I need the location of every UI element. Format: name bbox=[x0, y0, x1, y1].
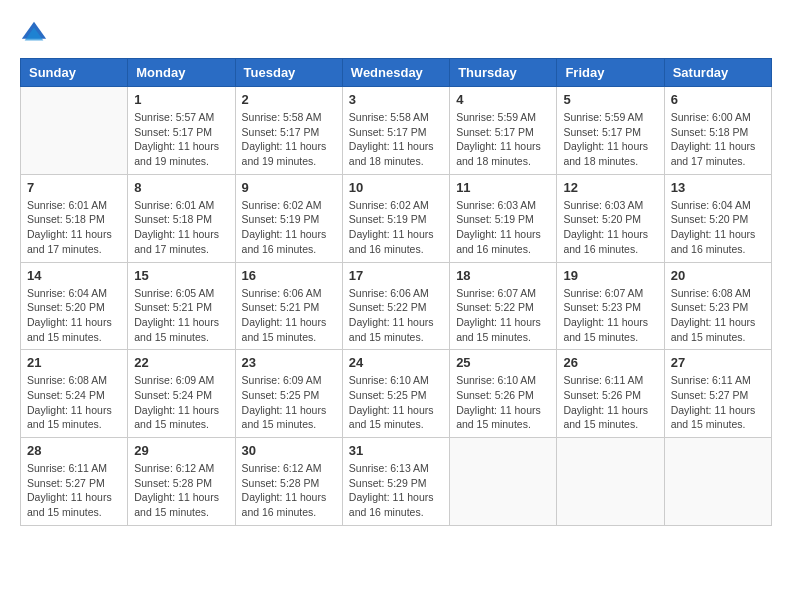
calendar-cell bbox=[557, 438, 664, 526]
day-number: 26 bbox=[563, 355, 657, 370]
calendar-cell: 18Sunrise: 6:07 AM Sunset: 5:22 PM Dayli… bbox=[450, 262, 557, 350]
calendar-week-row: 21Sunrise: 6:08 AM Sunset: 5:24 PM Dayli… bbox=[21, 350, 772, 438]
day-number: 25 bbox=[456, 355, 550, 370]
day-info: Sunrise: 6:08 AM Sunset: 5:24 PM Dayligh… bbox=[27, 373, 121, 432]
day-info: Sunrise: 6:08 AM Sunset: 5:23 PM Dayligh… bbox=[671, 286, 765, 345]
day-info: Sunrise: 6:00 AM Sunset: 5:18 PM Dayligh… bbox=[671, 110, 765, 169]
day-number: 15 bbox=[134, 268, 228, 283]
day-info: Sunrise: 5:58 AM Sunset: 5:17 PM Dayligh… bbox=[349, 110, 443, 169]
day-number: 5 bbox=[563, 92, 657, 107]
calendar-week-row: 7Sunrise: 6:01 AM Sunset: 5:18 PM Daylig… bbox=[21, 174, 772, 262]
calendar-cell: 6Sunrise: 6:00 AM Sunset: 5:18 PM Daylig… bbox=[664, 87, 771, 175]
day-info: Sunrise: 6:05 AM Sunset: 5:21 PM Dayligh… bbox=[134, 286, 228, 345]
day-number: 21 bbox=[27, 355, 121, 370]
calendar-week-row: 28Sunrise: 6:11 AM Sunset: 5:27 PM Dayli… bbox=[21, 438, 772, 526]
page-header bbox=[20, 20, 772, 48]
calendar-cell: 22Sunrise: 6:09 AM Sunset: 5:24 PM Dayli… bbox=[128, 350, 235, 438]
calendar-cell: 14Sunrise: 6:04 AM Sunset: 5:20 PM Dayli… bbox=[21, 262, 128, 350]
weekday-header: Sunday bbox=[21, 59, 128, 87]
day-number: 18 bbox=[456, 268, 550, 283]
day-number: 12 bbox=[563, 180, 657, 195]
weekday-header: Monday bbox=[128, 59, 235, 87]
calendar-cell: 5Sunrise: 5:59 AM Sunset: 5:17 PM Daylig… bbox=[557, 87, 664, 175]
calendar-cell: 27Sunrise: 6:11 AM Sunset: 5:27 PM Dayli… bbox=[664, 350, 771, 438]
day-number: 30 bbox=[242, 443, 336, 458]
weekday-header: Saturday bbox=[664, 59, 771, 87]
weekday-header: Wednesday bbox=[342, 59, 449, 87]
day-info: Sunrise: 6:03 AM Sunset: 5:19 PM Dayligh… bbox=[456, 198, 550, 257]
day-info: Sunrise: 6:06 AM Sunset: 5:22 PM Dayligh… bbox=[349, 286, 443, 345]
day-info: Sunrise: 5:59 AM Sunset: 5:17 PM Dayligh… bbox=[563, 110, 657, 169]
day-info: Sunrise: 6:04 AM Sunset: 5:20 PM Dayligh… bbox=[27, 286, 121, 345]
calendar-week-row: 14Sunrise: 6:04 AM Sunset: 5:20 PM Dayli… bbox=[21, 262, 772, 350]
calendar-cell: 21Sunrise: 6:08 AM Sunset: 5:24 PM Dayli… bbox=[21, 350, 128, 438]
calendar-cell: 8Sunrise: 6:01 AM Sunset: 5:18 PM Daylig… bbox=[128, 174, 235, 262]
calendar-cell: 9Sunrise: 6:02 AM Sunset: 5:19 PM Daylig… bbox=[235, 174, 342, 262]
day-number: 7 bbox=[27, 180, 121, 195]
day-number: 2 bbox=[242, 92, 336, 107]
calendar-cell: 15Sunrise: 6:05 AM Sunset: 5:21 PM Dayli… bbox=[128, 262, 235, 350]
calendar-cell: 1Sunrise: 5:57 AM Sunset: 5:17 PM Daylig… bbox=[128, 87, 235, 175]
day-info: Sunrise: 6:10 AM Sunset: 5:25 PM Dayligh… bbox=[349, 373, 443, 432]
calendar-cell: 19Sunrise: 6:07 AM Sunset: 5:23 PM Dayli… bbox=[557, 262, 664, 350]
calendar-cell: 24Sunrise: 6:10 AM Sunset: 5:25 PM Dayli… bbox=[342, 350, 449, 438]
calendar-cell: 3Sunrise: 5:58 AM Sunset: 5:17 PM Daylig… bbox=[342, 87, 449, 175]
day-number: 19 bbox=[563, 268, 657, 283]
calendar-cell: 25Sunrise: 6:10 AM Sunset: 5:26 PM Dayli… bbox=[450, 350, 557, 438]
day-number: 1 bbox=[134, 92, 228, 107]
day-number: 17 bbox=[349, 268, 443, 283]
weekday-header: Thursday bbox=[450, 59, 557, 87]
day-info: Sunrise: 6:12 AM Sunset: 5:28 PM Dayligh… bbox=[134, 461, 228, 520]
day-info: Sunrise: 6:01 AM Sunset: 5:18 PM Dayligh… bbox=[134, 198, 228, 257]
day-number: 28 bbox=[27, 443, 121, 458]
day-number: 27 bbox=[671, 355, 765, 370]
day-info: Sunrise: 6:06 AM Sunset: 5:21 PM Dayligh… bbox=[242, 286, 336, 345]
day-info: Sunrise: 6:11 AM Sunset: 5:27 PM Dayligh… bbox=[671, 373, 765, 432]
day-info: Sunrise: 6:02 AM Sunset: 5:19 PM Dayligh… bbox=[349, 198, 443, 257]
calendar-cell: 7Sunrise: 6:01 AM Sunset: 5:18 PM Daylig… bbox=[21, 174, 128, 262]
calendar-cell bbox=[21, 87, 128, 175]
day-info: Sunrise: 5:59 AM Sunset: 5:17 PM Dayligh… bbox=[456, 110, 550, 169]
day-info: Sunrise: 6:07 AM Sunset: 5:22 PM Dayligh… bbox=[456, 286, 550, 345]
day-number: 13 bbox=[671, 180, 765, 195]
day-info: Sunrise: 6:01 AM Sunset: 5:18 PM Dayligh… bbox=[27, 198, 121, 257]
day-info: Sunrise: 6:09 AM Sunset: 5:25 PM Dayligh… bbox=[242, 373, 336, 432]
logo-icon bbox=[20, 20, 48, 48]
day-number: 6 bbox=[671, 92, 765, 107]
day-info: Sunrise: 5:58 AM Sunset: 5:17 PM Dayligh… bbox=[242, 110, 336, 169]
calendar-cell: 11Sunrise: 6:03 AM Sunset: 5:19 PM Dayli… bbox=[450, 174, 557, 262]
day-number: 23 bbox=[242, 355, 336, 370]
calendar-cell: 13Sunrise: 6:04 AM Sunset: 5:20 PM Dayli… bbox=[664, 174, 771, 262]
day-number: 22 bbox=[134, 355, 228, 370]
day-info: Sunrise: 6:11 AM Sunset: 5:27 PM Dayligh… bbox=[27, 461, 121, 520]
calendar-cell: 2Sunrise: 5:58 AM Sunset: 5:17 PM Daylig… bbox=[235, 87, 342, 175]
calendar-cell: 16Sunrise: 6:06 AM Sunset: 5:21 PM Dayli… bbox=[235, 262, 342, 350]
weekday-header: Tuesday bbox=[235, 59, 342, 87]
calendar-cell: 12Sunrise: 6:03 AM Sunset: 5:20 PM Dayli… bbox=[557, 174, 664, 262]
calendar-cell: 26Sunrise: 6:11 AM Sunset: 5:26 PM Dayli… bbox=[557, 350, 664, 438]
calendar-cell: 28Sunrise: 6:11 AM Sunset: 5:27 PM Dayli… bbox=[21, 438, 128, 526]
calendar-cell bbox=[450, 438, 557, 526]
day-number: 8 bbox=[134, 180, 228, 195]
calendar-cell: 30Sunrise: 6:12 AM Sunset: 5:28 PM Dayli… bbox=[235, 438, 342, 526]
day-info: Sunrise: 6:03 AM Sunset: 5:20 PM Dayligh… bbox=[563, 198, 657, 257]
calendar-cell: 31Sunrise: 6:13 AM Sunset: 5:29 PM Dayli… bbox=[342, 438, 449, 526]
day-number: 9 bbox=[242, 180, 336, 195]
day-info: Sunrise: 6:12 AM Sunset: 5:28 PM Dayligh… bbox=[242, 461, 336, 520]
day-info: Sunrise: 6:07 AM Sunset: 5:23 PM Dayligh… bbox=[563, 286, 657, 345]
day-number: 4 bbox=[456, 92, 550, 107]
day-number: 10 bbox=[349, 180, 443, 195]
calendar-cell: 17Sunrise: 6:06 AM Sunset: 5:22 PM Dayli… bbox=[342, 262, 449, 350]
calendar-week-row: 1Sunrise: 5:57 AM Sunset: 5:17 PM Daylig… bbox=[21, 87, 772, 175]
calendar-cell: 20Sunrise: 6:08 AM Sunset: 5:23 PM Dayli… bbox=[664, 262, 771, 350]
calendar-cell: 10Sunrise: 6:02 AM Sunset: 5:19 PM Dayli… bbox=[342, 174, 449, 262]
calendar-cell: 23Sunrise: 6:09 AM Sunset: 5:25 PM Dayli… bbox=[235, 350, 342, 438]
day-info: Sunrise: 6:13 AM Sunset: 5:29 PM Dayligh… bbox=[349, 461, 443, 520]
logo bbox=[20, 20, 52, 48]
calendar-table: SundayMondayTuesdayWednesdayThursdayFrid… bbox=[20, 58, 772, 526]
day-info: Sunrise: 6:10 AM Sunset: 5:26 PM Dayligh… bbox=[456, 373, 550, 432]
day-number: 24 bbox=[349, 355, 443, 370]
day-info: Sunrise: 5:57 AM Sunset: 5:17 PM Dayligh… bbox=[134, 110, 228, 169]
day-number: 20 bbox=[671, 268, 765, 283]
day-info: Sunrise: 6:04 AM Sunset: 5:20 PM Dayligh… bbox=[671, 198, 765, 257]
